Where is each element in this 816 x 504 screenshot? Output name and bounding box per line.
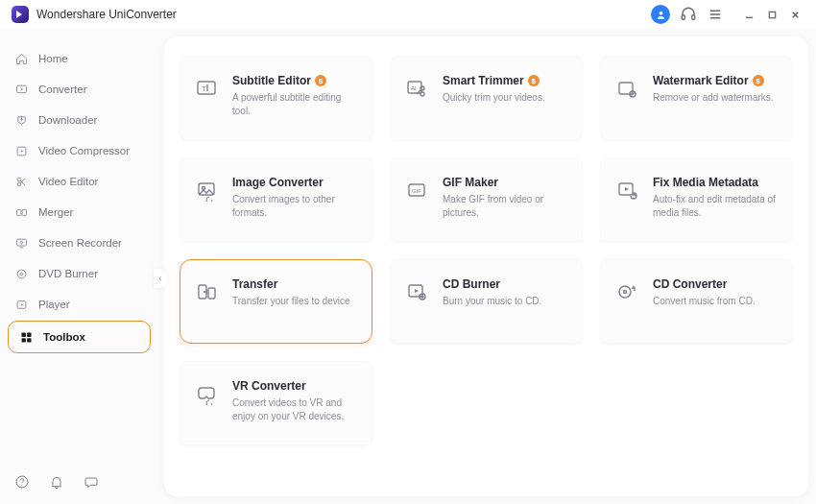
svg-rect-2 [692,15,695,20]
help-icon [14,474,30,490]
tool-title: GIF Maker [443,176,498,189]
sidebar-item-label: Home [38,53,68,64]
tool-desc: A powerful subtitle editing tool. [232,91,358,117]
svg-text:T: T [202,84,206,93]
svg-rect-27 [21,332,25,336]
svg-rect-19 [22,209,26,215]
home-icon [13,51,29,66]
cd-burner-icon [404,279,429,304]
sidebar-item-video-compressor[interactable]: Video Compressor [0,136,158,165]
svg-marker-26 [20,303,23,306]
sidebar-item-player[interactable]: Player [0,290,158,319]
sidebar-item-downloader[interactable]: Downloader [0,106,158,134]
tool-image-converter[interactable]: Image Converter Convert images to other … [180,157,372,242]
tool-desc: Convert images to other formats. [232,193,358,219]
tool-cd-converter[interactable]: CD Converter Convert music from CD. [600,259,793,344]
tool-gif-maker[interactable]: GIF GIF Maker Make GIF from video or pic… [390,157,583,242]
collapse-sidebar-button[interactable]: ‹ [154,269,167,288]
sidebar: Home Converter Downloader Video Compress… [0,29,158,504]
support-button[interactable] [680,6,697,23]
user-account-button[interactable] [651,5,670,24]
svg-point-39 [420,86,424,90]
window-minimize[interactable] [739,5,758,24]
svg-marker-11 [20,87,23,90]
app-logo [12,6,29,23]
subtitle-editor-icon: T [194,76,219,101]
tool-desc: Transfer your files to device [232,295,358,308]
sidebar-item-label: Video Compressor [38,145,130,156]
svg-point-23 [17,270,26,278]
tool-desc: Remove or add watermarks. [653,91,779,105]
svg-rect-7 [769,12,775,17]
sidebar-item-label: Player [38,299,70,310]
content-area: T Subtitle Editor$ A powerful subtitle e… [164,36,808,496]
cd-converter-icon [614,279,639,304]
close-icon [790,10,801,20]
tool-desc: Make GIF from video or pictures. [443,193,568,219]
sidebar-item-label: DVD Burner [38,268,98,279]
svg-rect-33 [198,82,215,94]
hamburger-icon [707,6,724,23]
tool-title: Smart Trimmer [443,74,524,87]
svg-rect-20 [16,239,26,246]
tool-title: VR Converter [232,379,306,393]
sidebar-item-converter[interactable]: Converter [0,75,158,104]
smart-trimmer-icon: AI [404,76,429,101]
svg-point-38 [420,92,424,96]
screen-recorder-icon [13,235,29,251]
gif-maker-icon: GIF [404,178,429,203]
tool-title: CD Converter [653,277,727,291]
sidebar-item-home[interactable]: Home [0,44,158,73]
svg-point-0 [659,11,662,14]
fix-metadata-icon [614,178,639,203]
sidebar-item-label: Downloader [38,114,97,126]
svg-marker-49 [625,187,629,191]
tool-transfer[interactable]: Transfer Transfer your files to device [180,259,372,344]
window-maximize[interactable] [762,5,781,24]
svg-text:GIF: GIF [412,188,421,194]
image-converter-icon [194,178,219,203]
tool-desc: Convert videos to VR and enjoy on your V… [232,396,358,422]
tool-smart-trimmer[interactable]: AI Smart Trimmer$ Quicky trim your video… [390,56,583,140]
tool-vr-converter[interactable]: VR Converter Convert videos to VR and en… [180,361,372,445]
help-button[interactable] [13,473,31,491]
svg-rect-28 [27,332,31,336]
notifications-button[interactable] [48,473,65,491]
svg-rect-51 [208,288,215,299]
menu-button[interactable] [707,6,724,23]
sidebar-item-dvd-burner[interactable]: DVD Burner [0,259,158,288]
transfer-icon [194,279,219,304]
tool-title: Fix Media Metadata [653,176,758,189]
tool-title: Transfer [232,277,277,291]
player-icon [13,297,29,312]
sidebar-item-screen-recorder[interactable]: Screen Recorder [0,228,158,257]
watermark-editor-icon [614,76,639,101]
tool-fix-media-metadata[interactable]: Fix Media Metadata Auto-fix and edit met… [600,157,793,242]
svg-marker-53 [415,289,419,293]
tool-cd-burner[interactable]: CD Burner Burn your music to CD. [390,259,583,344]
sidebar-item-merger[interactable]: Merger [0,198,158,227]
tool-title: Image Converter [232,176,324,189]
svg-point-56 [619,286,631,298]
speech-bubble-icon [84,474,99,490]
svg-rect-29 [21,338,25,342]
window-close[interactable] [785,5,804,24]
converter-icon [13,82,29,97]
downloader-icon [13,112,29,128]
tool-watermark-editor[interactable]: Watermark Editor$ Remove or add watermar… [600,56,793,140]
feedback-button[interactable] [83,473,100,491]
user-icon [656,10,666,20]
compressor-icon [13,143,29,158]
sidebar-item-video-editor[interactable]: Video Editor [0,167,158,196]
paid-badge-icon: $ [528,75,540,86]
sidebar-item-label: Converter [38,84,87,95]
tool-desc: Quicky trim your videos. [443,91,568,105]
merger-icon [13,204,29,220]
toolbox-icon [18,329,34,345]
tool-subtitle-editor[interactable]: T Subtitle Editor$ A powerful subtitle e… [180,56,372,140]
sidebar-item-label: Screen Recorder [38,237,122,249]
title-actions [651,5,804,24]
sidebar-item-label: Merger [38,206,73,218]
sidebar-item-toolbox[interactable]: Toolbox [8,321,151,353]
svg-rect-18 [16,209,20,215]
